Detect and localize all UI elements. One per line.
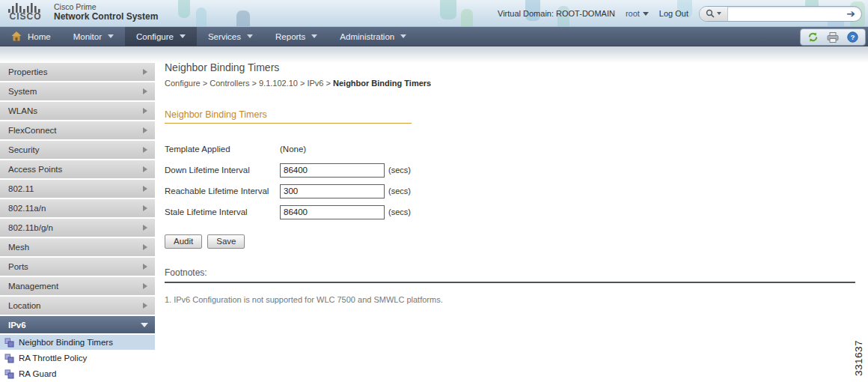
- sidebar-item-label: 802.11: [8, 184, 34, 193]
- search-box: ➔: [699, 6, 862, 22]
- page-title: Neighbor Binding Timers: [165, 61, 857, 73]
- chevron-right-icon: [143, 303, 147, 309]
- breadcrumb-current: Neighbor Binding Timers: [333, 79, 431, 88]
- stale-lifetime-input[interactable]: [280, 205, 385, 219]
- sidebar-item-mesh[interactable]: Mesh: [0, 238, 155, 256]
- footnote-item: 1. IPv6 Configuration is not supported f…: [165, 295, 857, 304]
- figure-number: 331637: [853, 340, 864, 376]
- footnotes-section: Footnotes: 1. IPv6 Configuration is not …: [165, 267, 857, 304]
- refresh-icon[interactable]: [807, 31, 819, 43]
- cisco-logo: CISCO: [6, 3, 45, 21]
- template-applied-value: (None): [280, 145, 306, 154]
- sidebar-section-label: IPv6: [8, 321, 26, 330]
- sidebar-item-label: 802.11a/n: [8, 204, 46, 213]
- sidebar-item-label: FlexConnect: [8, 126, 57, 135]
- sidebar-item-flexconnect[interactable]: FlexConnect: [0, 121, 155, 139]
- chevron-right-icon: [143, 108, 147, 114]
- chevron-right-icon: [143, 205, 147, 211]
- search-icon: [706, 9, 715, 18]
- sidebar-item-label: Management: [8, 282, 58, 291]
- chevron-right-icon: [143, 186, 147, 192]
- main-content: Neighbor Binding Timers Configure > Cont…: [165, 61, 857, 304]
- breadcrumb-path: Configure > Controllers > 9.1.102.10 > I…: [165, 79, 333, 88]
- sidebar-item-label: WLANs: [8, 106, 37, 115]
- nav-item-reports[interactable]: Reports: [264, 27, 328, 46]
- sidebar-item-management[interactable]: Management: [0, 277, 155, 295]
- sidebar-item-label: Access Points: [8, 165, 62, 174]
- sidebar-item-security[interactable]: Security: [0, 141, 155, 159]
- sidebar-item-label: Ports: [8, 262, 28, 271]
- sidebar-section-ipv6[interactable]: IPv6: [0, 316, 155, 333]
- sidebar-item-80211bgn[interactable]: 802.11b/g/n: [0, 219, 155, 237]
- nav-item-configure[interactable]: Configure: [125, 27, 197, 46]
- sidebar: Properties System WLANs FlexConnect Secu…: [0, 63, 155, 382]
- sidebar-item-80211[interactable]: 802.11: [0, 180, 155, 198]
- banner-decoration: [236, 10, 250, 27]
- policy-blocks-icon: [4, 369, 14, 379]
- nav-item-label: Reports: [275, 32, 305, 41]
- chevron-right-icon: [143, 69, 147, 75]
- stale-lifetime-label: Stale Lifetime Interval: [165, 207, 280, 216]
- chevron-right-icon: [143, 244, 147, 250]
- help-icon[interactable]: ?: [847, 31, 858, 43]
- banner-decoration: [196, 7, 207, 27]
- nav-item-monitor[interactable]: Monitor: [62, 27, 125, 46]
- reachable-lifetime-input[interactable]: [280, 184, 385, 198]
- sidebar-item-access-points[interactable]: Access Points: [0, 160, 155, 178]
- sidebar-subitem-label: RA Throttle Policy: [19, 354, 87, 363]
- sidebar-item-properties[interactable]: Properties: [0, 63, 155, 81]
- user-menu[interactable]: root: [626, 9, 649, 18]
- cisco-wordmark: CISCO: [9, 13, 41, 21]
- print-icon[interactable]: [827, 32, 839, 43]
- chevron-right-icon: [143, 147, 147, 153]
- sidebar-item-label: Mesh: [8, 243, 29, 252]
- sidebar-item-wlans[interactable]: WLANs: [0, 102, 155, 120]
- home-icon: [11, 31, 22, 41]
- nav-item-label: Services: [208, 32, 241, 41]
- breadcrumb: Configure > Controllers > 9.1.102.10 > I…: [165, 79, 857, 88]
- chevron-right-icon: [143, 283, 147, 289]
- sidebar-item-label: Security: [8, 145, 40, 154]
- sidebar-subitem-label: RA Guard: [19, 369, 57, 378]
- chevron-down-icon: [400, 34, 406, 38]
- reachable-lifetime-label: Reachable Lifetime Interval: [165, 187, 280, 195]
- search-submit-arrow-icon[interactable]: ➔: [840, 7, 861, 19]
- sidebar-subitem-label: Neighbor Binding Timers: [19, 338, 113, 347]
- down-lifetime-input[interactable]: [280, 163, 385, 178]
- nav-item-label: Monitor: [73, 32, 102, 41]
- nav-item-label: Administration: [340, 32, 394, 41]
- brand-title: Network Control System: [54, 12, 158, 22]
- down-lifetime-unit: (secs): [388, 166, 411, 175]
- nav-item-home[interactable]: Home: [0, 27, 62, 46]
- audit-button[interactable]: Audit: [165, 234, 202, 249]
- down-lifetime-label: Down Lifetime Interval: [165, 166, 280, 175]
- nav-item-label: Configure: [136, 32, 174, 41]
- search-scope-button[interactable]: [700, 7, 728, 21]
- chevron-down-icon: [180, 34, 186, 38]
- sidebar-item-system[interactable]: System: [0, 82, 155, 100]
- top-banner: CISCO Cisco Prime Network Control System…: [0, 0, 868, 27]
- chevron-right-icon: [143, 88, 147, 94]
- chevron-right-icon: [143, 225, 147, 231]
- banner-decoration: [440, 0, 456, 19]
- chevron-right-icon: [143, 127, 147, 133]
- main-navbar: Home Monitor Configure Services Reports …: [0, 27, 868, 46]
- chevron-down-icon: [141, 323, 148, 327]
- search-input[interactable]: [728, 7, 840, 21]
- banner-decoration: [461, 9, 473, 27]
- chevron-down-icon: [643, 12, 649, 16]
- sidebar-subitem-neighbor-binding-timers[interactable]: Neighbor Binding Timers: [0, 335, 155, 350]
- sidebar-subitem-ra-guard[interactable]: RA Guard: [0, 366, 155, 381]
- save-button[interactable]: Save: [207, 234, 245, 249]
- subheader-strip: [0, 46, 868, 63]
- nav-tools-panel: ?: [800, 28, 866, 46]
- sidebar-item-80211an[interactable]: 802.11a/n: [0, 199, 155, 217]
- svg-text:?: ?: [851, 34, 855, 41]
- nav-item-services[interactable]: Services: [197, 27, 264, 46]
- sidebar-subitem-ra-throttle-policy[interactable]: RA Throttle Policy: [0, 351, 155, 366]
- logout-link[interactable]: Log Out: [659, 9, 688, 18]
- sidebar-item-location[interactable]: Location: [0, 297, 155, 315]
- nav-item-administration[interactable]: Administration: [328, 27, 418, 46]
- chevron-right-icon: [143, 264, 147, 270]
- sidebar-item-ports[interactable]: Ports: [0, 258, 155, 276]
